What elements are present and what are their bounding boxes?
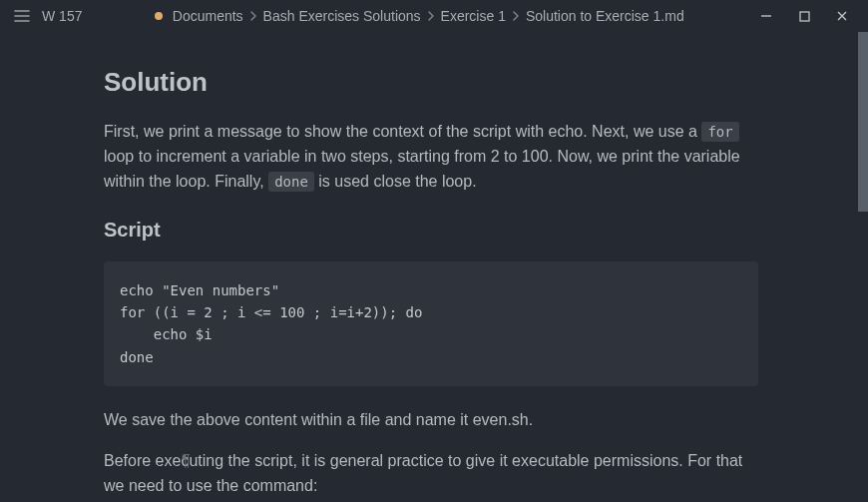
paragraph: Before executing the script, it is gener… — [104, 449, 758, 499]
heading-script: Script — [104, 215, 758, 246]
titlebar: W 157 Documents Bash Exercises Solutions… — [0, 0, 868, 32]
heading-solution: Solution — [104, 62, 758, 102]
close-button[interactable] — [832, 6, 852, 26]
text: First, we print a message to show the co… — [104, 123, 701, 140]
inline-code: done — [268, 172, 314, 192]
paragraph: We save the above content within a file … — [104, 408, 758, 433]
text: is used close the loop. — [314, 173, 477, 190]
word-count: W 157 — [42, 8, 82, 24]
breadcrumb-item[interactable]: Bash Exercises Solutions — [263, 8, 421, 24]
chevron-right-icon — [249, 11, 257, 21]
chevron-right-icon — [427, 11, 435, 21]
breadcrumb: Documents Bash Exercises Solutions Exerc… — [82, 8, 756, 24]
scrollbar-thumb[interactable] — [858, 32, 868, 212]
scrollbar[interactable] — [858, 32, 868, 502]
pilcrow-icon: ¶ — [182, 449, 191, 474]
menu-icon[interactable] — [8, 5, 36, 27]
chevron-right-icon — [512, 11, 520, 21]
document[interactable]: Solution First, we print a message to sh… — [0, 32, 868, 499]
unsaved-dot-icon — [155, 12, 163, 20]
breadcrumb-item[interactable]: Solution to Exercise 1.md — [526, 8, 684, 24]
inline-code: for — [701, 122, 738, 142]
code-block: echo "Even numbers" for ((i = 2 ; i <= 1… — [104, 261, 758, 387]
breadcrumb-item[interactable]: Exercise 1 — [441, 8, 506, 24]
editor-viewport: Solution First, we print a message to sh… — [0, 32, 868, 502]
minimize-button[interactable] — [756, 6, 776, 26]
maximize-button[interactable] — [794, 6, 814, 26]
paragraph: First, we print a message to show the co… — [104, 120, 758, 194]
window-controls — [756, 6, 860, 26]
breadcrumb-item[interactable]: Documents — [173, 8, 243, 24]
svg-rect-0 — [800, 12, 809, 21]
